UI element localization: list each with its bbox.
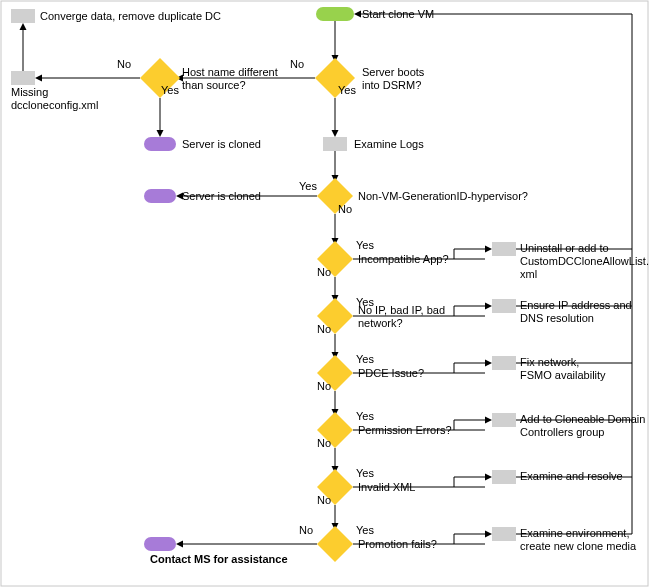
decision-prom (317, 526, 353, 562)
hyp-label: Non-VM-GenerationID-hypervisor? (358, 190, 528, 202)
host-label-2: than source? (182, 79, 246, 91)
xml-action-box (492, 470, 516, 484)
pdce-yes: Yes (356, 353, 374, 365)
ip-action-1: Ensure IP address and (520, 299, 632, 311)
app-no: No (317, 266, 331, 278)
app-action-2: CustomDCCloneAllowList. (520, 255, 649, 267)
cloned1-label: Server is cloned (182, 138, 261, 150)
cloned2-label: Server is cloned (182, 190, 261, 202)
start-node (316, 7, 354, 21)
ip-action-2: DNS resolution (520, 312, 594, 324)
ms-pill (144, 537, 176, 551)
dsrm-no: No (290, 58, 304, 70)
ip-action-box (492, 299, 516, 313)
converge-label: Converge data, remove duplicate DC (40, 10, 221, 22)
logs-box (323, 137, 347, 151)
ms-label: Contact MS for assistance (150, 553, 288, 565)
pdce-action-box (492, 356, 516, 370)
perm-yes: Yes (356, 410, 374, 422)
missing-label-1: Missing (11, 86, 48, 98)
app-action-3: xml (520, 268, 537, 280)
ip-label-2: network? (358, 317, 403, 329)
prom-no: No (299, 524, 313, 536)
host-label-1: Host name different (182, 66, 278, 78)
dsrm-yes: Yes (338, 84, 356, 96)
app-action-1: Uninstall or add to (520, 242, 609, 254)
perm-action-box (492, 413, 516, 427)
host-yes: Yes (161, 84, 179, 96)
perm-no: No (317, 437, 331, 449)
converge-box (11, 9, 35, 23)
ip-no: No (317, 323, 331, 335)
perm-action-2: Controllers group (520, 426, 604, 438)
pdce-no: No (317, 380, 331, 392)
xml-action-1: Examine and resolve (520, 470, 623, 482)
xml-yes: Yes (356, 467, 374, 479)
prom-action-box (492, 527, 516, 541)
app-action-box (492, 242, 516, 256)
host-no: No (117, 58, 131, 70)
prom-action-1: Examine environment, (520, 527, 629, 539)
dsrm-label-1: Server boots (362, 66, 425, 78)
prom-action-2: create new clone media (520, 540, 637, 552)
prom-yes: Yes (356, 524, 374, 536)
logs-label: Examine Logs (354, 138, 424, 150)
cloned1-pill (144, 137, 176, 151)
perm-action-1: Add to Cloneable Domain (520, 413, 645, 425)
cloned2-pill (144, 189, 176, 203)
hyp-yes: Yes (299, 180, 317, 192)
xml-no: No (317, 494, 331, 506)
hyp-no: No (338, 203, 352, 215)
ip-yes: Yes (356, 296, 374, 308)
dsrm-label-2: into DSRM? (362, 79, 421, 91)
pdce-action-1: Fix network, (520, 356, 579, 368)
pdce-action-2: FSMO availability (520, 369, 606, 381)
missing-box (11, 71, 35, 85)
app-yes: Yes (356, 239, 374, 251)
missing-label-2: dccloneconfig.xml (11, 99, 98, 111)
